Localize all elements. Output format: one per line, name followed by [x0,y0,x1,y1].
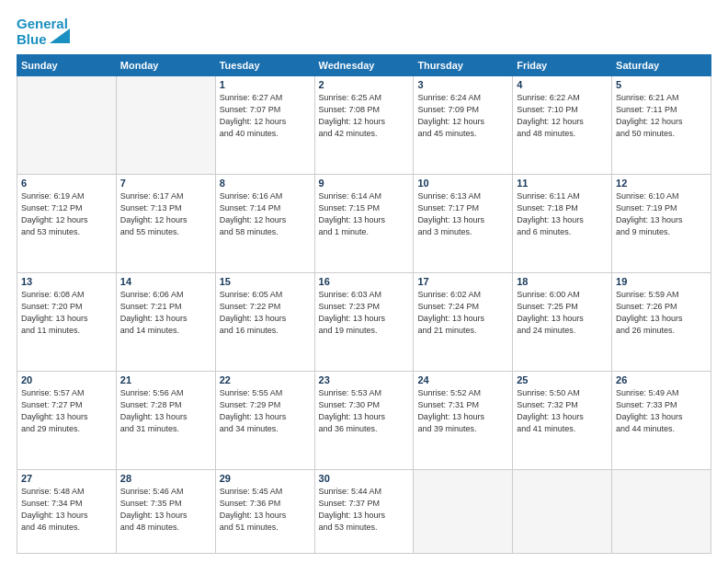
day-info: Sunrise: 5:52 AM Sunset: 7:31 PM Dayligh… [417,387,508,435]
day-number: 5 [616,79,707,90]
day-number: 6 [21,178,112,189]
day-info: Sunrise: 6:19 AM Sunset: 7:12 PM Dayligh… [21,190,112,238]
day-info: Sunrise: 5:48 AM Sunset: 7:34 PM Dayligh… [21,486,112,534]
day-number: 2 [319,79,410,90]
calendar-cell: 25Sunrise: 5:50 AM Sunset: 7:32 PM Dayli… [513,371,612,469]
calendar-cell: 10Sunrise: 6:13 AM Sunset: 7:17 PM Dayli… [414,174,513,272]
calendar-cell: 2Sunrise: 6:25 AM Sunset: 7:08 PM Daylig… [314,76,414,175]
day-number: 29 [220,473,311,484]
day-number: 4 [517,79,608,90]
calendar-week-4: 27Sunrise: 5:48 AM Sunset: 7:34 PM Dayli… [17,469,711,553]
weekday-header-row: SundayMondayTuesdayWednesdayThursdayFrid… [17,55,711,76]
day-info: Sunrise: 6:00 AM Sunset: 7:25 PM Dayligh… [517,289,608,337]
calendar-cell: 19Sunrise: 5:59 AM Sunset: 7:26 PM Dayli… [612,272,711,371]
day-info: Sunrise: 6:14 AM Sunset: 7:15 PM Dayligh… [319,190,410,238]
day-info: Sunrise: 5:45 AM Sunset: 7:36 PM Dayligh… [220,486,311,534]
day-info: Sunrise: 6:27 AM Sunset: 7:07 PM Dayligh… [220,92,311,140]
calendar-cell: 3Sunrise: 6:24 AM Sunset: 7:09 PM Daylig… [414,76,513,175]
day-info: Sunrise: 5:55 AM Sunset: 7:29 PM Dayligh… [220,387,311,435]
day-info: Sunrise: 5:56 AM Sunset: 7:28 PM Dayligh… [120,387,211,435]
page: General Blue SundayMondayTuesdayWednesda… [0,0,728,563]
day-info: Sunrise: 6:10 AM Sunset: 7:19 PM Dayligh… [616,190,707,238]
logo-blue: Blue [17,32,47,48]
weekday-tuesday: Tuesday [215,55,314,76]
calendar-cell: 22Sunrise: 5:55 AM Sunset: 7:29 PM Dayli… [215,371,314,469]
calendar-cell: 18Sunrise: 6:00 AM Sunset: 7:25 PM Dayli… [513,272,612,371]
calendar-cell: 15Sunrise: 6:05 AM Sunset: 7:22 PM Dayli… [215,272,314,371]
day-number: 11 [517,178,608,189]
weekday-thursday: Thursday [414,55,513,76]
weekday-wednesday: Wednesday [314,55,414,76]
logo: General Blue [17,17,70,47]
day-info: Sunrise: 5:49 AM Sunset: 7:33 PM Dayligh… [616,387,707,435]
calendar-cell: 8Sunrise: 6:16 AM Sunset: 7:14 PM Daylig… [215,174,314,272]
day-number: 12 [616,178,707,189]
calendar-week-3: 20Sunrise: 5:57 AM Sunset: 7:27 PM Dayli… [17,371,711,469]
day-number: 18 [517,276,608,287]
header: General Blue [17,17,711,47]
calendar-cell: 21Sunrise: 5:56 AM Sunset: 7:28 PM Dayli… [116,371,215,469]
calendar-week-2: 13Sunrise: 6:08 AM Sunset: 7:20 PM Dayli… [17,272,711,371]
calendar-cell: 7Sunrise: 6:17 AM Sunset: 7:13 PM Daylig… [116,174,215,272]
calendar-cell: 27Sunrise: 5:48 AM Sunset: 7:34 PM Dayli… [17,469,117,553]
day-number: 28 [120,473,211,484]
day-number: 20 [21,374,112,385]
day-number: 15 [220,276,311,287]
calendar-cell [513,469,612,553]
day-number: 10 [417,178,508,189]
day-info: Sunrise: 6:25 AM Sunset: 7:08 PM Dayligh… [319,92,410,140]
calendar-cell [414,469,513,553]
calendar-cell [612,469,711,553]
day-number: 27 [21,473,112,484]
day-info: Sunrise: 6:24 AM Sunset: 7:09 PM Dayligh… [417,92,508,140]
calendar-cell: 5Sunrise: 6:21 AM Sunset: 7:11 PM Daylig… [612,76,711,175]
calendar-cell [17,76,117,175]
day-number: 8 [220,178,311,189]
day-number: 26 [616,374,707,385]
day-number: 14 [120,276,211,287]
day-info: Sunrise: 5:46 AM Sunset: 7:35 PM Dayligh… [120,486,211,534]
weekday-sunday: Sunday [17,55,117,76]
day-info: Sunrise: 6:08 AM Sunset: 7:20 PM Dayligh… [21,289,112,337]
calendar-cell: 26Sunrise: 5:49 AM Sunset: 7:33 PM Dayli… [612,371,711,469]
day-info: Sunrise: 6:06 AM Sunset: 7:21 PM Dayligh… [120,289,211,337]
day-number: 3 [417,79,508,90]
day-info: Sunrise: 5:44 AM Sunset: 7:37 PM Dayligh… [319,486,410,534]
day-info: Sunrise: 6:21 AM Sunset: 7:11 PM Dayligh… [616,92,707,140]
weekday-friday: Friday [513,55,612,76]
day-number: 9 [319,178,410,189]
day-number: 23 [319,374,410,385]
day-info: Sunrise: 6:11 AM Sunset: 7:18 PM Dayligh… [517,190,608,238]
calendar-cell: 11Sunrise: 6:11 AM Sunset: 7:18 PM Dayli… [513,174,612,272]
calendar-cell: 12Sunrise: 6:10 AM Sunset: 7:19 PM Dayli… [612,174,711,272]
day-info: Sunrise: 6:03 AM Sunset: 7:23 PM Dayligh… [319,289,410,337]
calendar-cell: 20Sunrise: 5:57 AM Sunset: 7:27 PM Dayli… [17,371,117,469]
calendar-week-0: 1Sunrise: 6:27 AM Sunset: 7:07 PM Daylig… [17,76,711,175]
calendar-cell: 6Sunrise: 6:19 AM Sunset: 7:12 PM Daylig… [17,174,117,272]
day-info: Sunrise: 6:05 AM Sunset: 7:22 PM Dayligh… [220,289,311,337]
calendar-cell: 29Sunrise: 5:45 AM Sunset: 7:36 PM Dayli… [215,469,314,553]
calendar-cell: 13Sunrise: 6:08 AM Sunset: 7:20 PM Dayli… [17,272,117,371]
day-info: Sunrise: 6:02 AM Sunset: 7:24 PM Dayligh… [417,289,508,337]
day-info: Sunrise: 5:57 AM Sunset: 7:27 PM Dayligh… [21,387,112,435]
calendar-cell: 24Sunrise: 5:52 AM Sunset: 7:31 PM Dayli… [414,371,513,469]
calendar: SundayMondayTuesdayWednesdayThursdayFrid… [17,54,711,554]
day-info: Sunrise: 6:17 AM Sunset: 7:13 PM Dayligh… [120,190,211,238]
day-number: 17 [417,276,508,287]
weekday-monday: Monday [116,55,215,76]
day-number: 13 [21,276,112,287]
day-info: Sunrise: 5:53 AM Sunset: 7:30 PM Dayligh… [319,387,410,435]
calendar-cell: 17Sunrise: 6:02 AM Sunset: 7:24 PM Dayli… [414,272,513,371]
day-info: Sunrise: 5:50 AM Sunset: 7:32 PM Dayligh… [517,387,608,435]
calendar-week-1: 6Sunrise: 6:19 AM Sunset: 7:12 PM Daylig… [17,174,711,272]
day-number: 25 [517,374,608,385]
calendar-cell: 16Sunrise: 6:03 AM Sunset: 7:23 PM Dayli… [314,272,414,371]
weekday-saturday: Saturday [612,55,711,76]
day-number: 24 [417,374,508,385]
calendar-cell: 30Sunrise: 5:44 AM Sunset: 7:37 PM Dayli… [314,469,414,553]
day-info: Sunrise: 6:13 AM Sunset: 7:17 PM Dayligh… [417,190,508,238]
day-number: 16 [319,276,410,287]
calendar-cell: 14Sunrise: 6:06 AM Sunset: 7:21 PM Dayli… [116,272,215,371]
calendar-cell: 1Sunrise: 6:27 AM Sunset: 7:07 PM Daylig… [215,76,314,175]
day-number: 22 [220,374,311,385]
